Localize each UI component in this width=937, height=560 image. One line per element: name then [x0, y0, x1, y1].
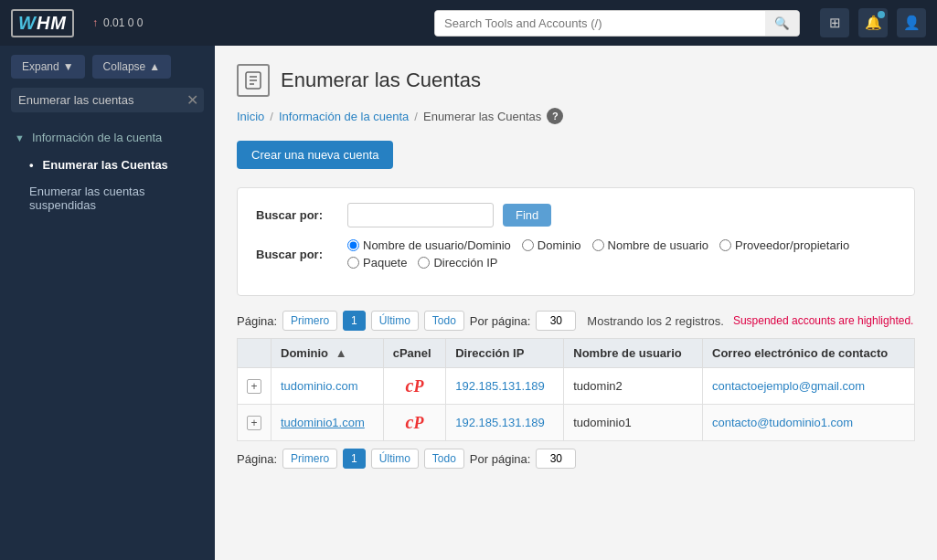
expand-icon-2[interactable]: + [247, 416, 261, 430]
search-row-radio: Buscar por: Nombre de usuario/Dominio Do… [256, 238, 896, 269]
main-layout: Expand ▼ Collapse ▲ ✕ ▼ Información de l… [0, 46, 937, 560]
collapse-button[interactable]: Collapse ▲ [92, 55, 172, 79]
page-num-button-top[interactable]: 1 [343, 311, 366, 331]
cpanel-cell-2: cP [383, 405, 445, 441]
per-page-label-bottom: Por página: [470, 452, 531, 466]
radio-nombre-dominio[interactable]: Nombre de usuario/Dominio [347, 238, 511, 252]
th-dominio[interactable]: Dominio ▲ [272, 339, 384, 368]
global-search-bar[interactable]: 🔍 [434, 10, 800, 37]
breadcrumb-current: Enumerar las Cuentas [423, 110, 541, 123]
table-header-row: Dominio ▲ cPanel Dirección IP Nombre de … [238, 339, 915, 368]
sidebar-search-wrapper[interactable]: ✕ [11, 88, 204, 112]
topbar-icons: ⊞ 🔔 👤 [820, 8, 926, 37]
cpanel-icon-1[interactable]: cP [406, 377, 424, 396]
ip-cell-2: 192.185.131.189 [446, 405, 564, 441]
radio-ip[interactable]: Dirección IP [418, 256, 497, 269]
topbar: WHM ↑ 0.01 0 0 🔍 ⊞ 🔔 👤 [0, 0, 937, 46]
th-expand [238, 339, 272, 368]
per-page-input-bottom[interactable] [536, 449, 576, 469]
page-label-bottom: Página: [237, 452, 277, 466]
table-controls-top: Página: Primero 1 Último Todo Por página… [237, 311, 915, 331]
sidebar-search-clear[interactable]: ✕ [181, 88, 204, 112]
sidebar: Expand ▼ Collapse ▲ ✕ ▼ Información de l… [0, 46, 215, 560]
last-page-button-bottom[interactable]: Último [371, 449, 419, 469]
expand-cell-2[interactable]: + [238, 405, 272, 441]
accounts-table: Dominio ▲ cPanel Dirección IP Nombre de … [237, 338, 915, 441]
domain-link-1[interactable]: tudominio.com [281, 379, 358, 393]
radio-dominio[interactable]: Dominio [522, 238, 581, 252]
radio-options: Nombre de usuario/Dominio Dominio Nombre… [347, 238, 896, 269]
th-ip: Dirección IP [446, 339, 564, 368]
sidebar-item-enumerar-cuentas-suspendidas[interactable]: Enumerar las cuentas suspendidas [0, 178, 215, 218]
help-icon[interactable]: ? [547, 108, 563, 124]
per-page-label-top: Por página: [470, 314, 531, 328]
all-page-button-top[interactable]: Todo [424, 311, 464, 331]
username-cell-2: tudominio1 [564, 405, 703, 441]
ip-link-2[interactable]: 192.185.131.189 [455, 416, 545, 429]
server-stats: ↑ 0.01 0 0 [92, 16, 143, 29]
sidebar-item-enumerar-cuentas[interactable]: Enumerar las Cuentas [0, 152, 215, 178]
per-page-input-top[interactable] [536, 311, 576, 331]
server-load: 0.01 0 0 [103, 16, 143, 29]
domain-cell-2: tudominio1.com [272, 405, 384, 441]
radio-proveedor[interactable]: Proveedor/propietario [719, 238, 849, 252]
last-page-button-top[interactable]: Último [371, 311, 419, 331]
first-page-button-top[interactable]: Primero [282, 311, 337, 331]
email-cell-1: contactoejemplo@gmail.com [703, 368, 915, 405]
sidebar-section-header[interactable]: ▼ Información de la cuenta [0, 123, 215, 152]
sidebar-section-account: ▼ Información de la cuenta Enumerar las … [0, 120, 215, 222]
cpanel-cell-1: cP [383, 368, 445, 405]
buscar-por-label: Buscar por: [256, 208, 338, 222]
domain-cell-1: tudominio.com [272, 368, 384, 405]
radio-paquete[interactable]: Paquete [347, 256, 407, 269]
user-icon[interactable]: 👤 [897, 8, 926, 37]
buscar-input[interactable] [347, 203, 494, 227]
email-link-2[interactable]: contacto@tudominio1.com [712, 416, 853, 429]
notification-badge [878, 11, 885, 18]
search-panel: Buscar por: Find Buscar por: Nombre de u… [237, 187, 915, 296]
all-page-button-bottom[interactable]: Todo [424, 449, 464, 469]
terminal-icon[interactable]: ⊞ [820, 8, 849, 37]
main-content: Enumerar las Cuentas Inicio / Informació… [215, 46, 937, 560]
sidebar-search-input[interactable] [11, 88, 181, 112]
suspended-text: Suspended accounts are highlighted. [733, 314, 913, 327]
create-account-button[interactable]: Crear una nueva cuenta [237, 141, 393, 169]
global-search-button[interactable]: 🔍 [765, 11, 799, 36]
email-cell-2: contacto@tudominio1.com [703, 405, 915, 441]
breadcrumb-info-cuenta[interactable]: Información de la cuenta [279, 110, 409, 123]
expand-button[interactable]: Expand ▼ [11, 55, 85, 79]
global-search-input[interactable] [435, 11, 765, 36]
sidebar-toolbar: Expand ▼ Collapse ▲ [0, 46, 215, 88]
buscar-por-radio-label: Buscar por: [256, 248, 338, 261]
expand-icon-1[interactable]: + [247, 379, 261, 394]
chevron-down-icon: ▼ [15, 132, 25, 143]
domain-link-2[interactable]: tudominio1.com [281, 416, 365, 429]
sort-arrow-icon: ▲ [335, 346, 347, 360]
breadcrumb-inicio[interactable]: Inicio [237, 110, 264, 123]
table-controls-bottom: Página: Primero 1 Último Todo Por página… [237, 449, 915, 469]
notifications-icon[interactable]: 🔔 [858, 8, 888, 37]
username-cell-1: tudomin2 [564, 368, 703, 405]
page-title-row: Enumerar las Cuentas [237, 64, 915, 97]
search-row-input: Buscar por: Find [256, 203, 896, 227]
table-row: + tudominio.com cP 192.185.131.189 tudom… [238, 368, 915, 405]
breadcrumb: Inicio / Información de la cuenta / Enum… [237, 108, 915, 124]
whm-logo: WHM [11, 9, 74, 37]
ip-cell-1: 192.185.131.189 [446, 368, 564, 405]
first-page-button-bottom[interactable]: Primero [282, 449, 337, 469]
expand-cell-1[interactable]: + [238, 368, 272, 405]
page-title: Enumerar las Cuentas [281, 69, 481, 92]
th-email: Correo electrónico de contacto [703, 339, 915, 368]
ip-link-1[interactable]: 192.185.131.189 [455, 379, 545, 393]
page-num-button-bottom[interactable]: 1 [343, 449, 366, 469]
cpanel-icon-2[interactable]: cP [406, 414, 424, 432]
records-text: Mostrando los 2 registros. [587, 314, 724, 328]
table-row: + tudominio1.com cP 192.185.131.189 tudo… [238, 405, 915, 441]
th-username: Nombre de usuario [564, 339, 703, 368]
find-button[interactable]: Find [503, 204, 551, 227]
page-title-icon [237, 64, 270, 97]
email-link-1[interactable]: contactoejemplo@gmail.com [712, 379, 865, 393]
radio-nombre-usuario[interactable]: Nombre de usuario [592, 238, 709, 252]
arrow-up-icon: ↑ [92, 16, 98, 29]
th-cpanel: cPanel [383, 339, 445, 368]
